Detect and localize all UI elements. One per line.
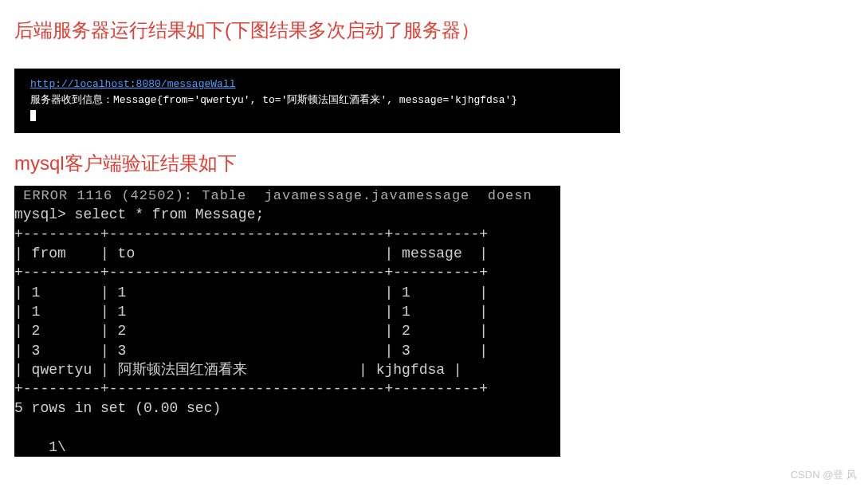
mysql-result-heading: mysql客户端验证结果如下 [14, 151, 854, 176]
mysql-border-bot: +---------+-----------------------------… [14, 381, 488, 397]
mysql-data-row: | 3 | 3 | 3 | [14, 343, 488, 359]
server-log-line: 服务器收到信息：Message{from='qwertyu', to='阿斯顿法… [30, 92, 612, 108]
mysql-tail: 1\ [14, 439, 66, 455]
mysql-border-mid: +---------+-----------------------------… [14, 265, 488, 281]
message-wall-url[interactable]: http://localhost:8080/messageWall [30, 78, 235, 90]
server-result-heading: 后端服务器运行结果如下(下图结果多次启动了服务器） [14, 18, 854, 43]
server-terminal: http://localhost:8080/messageWall 服务器收到信… [14, 69, 620, 133]
mysql-error-partial: ERROR 1116 (42502): Table javamessage.ja… [14, 188, 541, 203]
mysql-result-count: 5 rows in set (0.00 sec) [14, 400, 221, 416]
mysql-header-row: | from | to | message | [14, 245, 488, 261]
mysql-data-row: | 2 | 2 | 2 | [14, 323, 488, 339]
mysql-data-row: | 1 | 1 | 1 | [14, 304, 488, 320]
csdn-watermark: CSDN @登 风 [791, 468, 857, 482]
cursor-block [30, 110, 36, 121]
mysql-data-row: | qwertyu | 阿斯顿法国红酒看来 | kjhgfdsa | [14, 362, 462, 378]
mysql-data-row: | 1 | 1 | 1 | [14, 285, 488, 300]
mysql-prompt: mysql> select * from Message; [14, 206, 264, 222]
mysql-terminal: ERROR 1116 (42502): Table javamessage.ja… [14, 186, 560, 458]
terminal-cursor-line [30, 108, 612, 124]
mysql-border-top: +---------+-----------------------------… [14, 226, 488, 242]
